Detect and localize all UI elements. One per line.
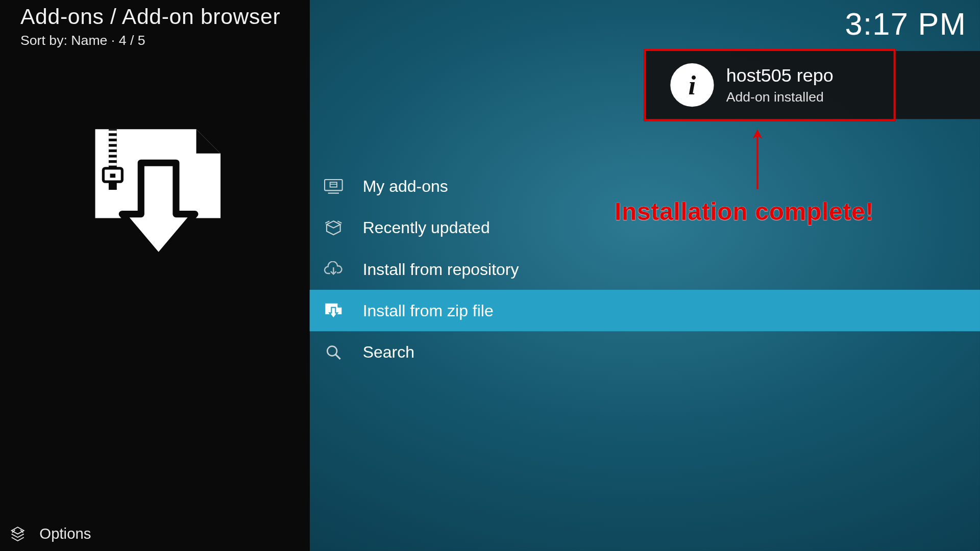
menu-item-label: Install from zip file bbox=[363, 301, 494, 320]
open-box-icon bbox=[323, 217, 344, 238]
notification-background-extension bbox=[896, 51, 980, 119]
options-label: Options bbox=[39, 525, 91, 543]
svg-point-14 bbox=[327, 346, 337, 356]
menu-item-label: Recently updated bbox=[363, 218, 490, 237]
svg-rect-2 bbox=[109, 136, 117, 138]
svg-rect-10 bbox=[325, 179, 342, 190]
menu-item-label: My add-ons bbox=[363, 177, 448, 195]
notification-title: host505 repo bbox=[726, 65, 834, 86]
svg-rect-6 bbox=[109, 158, 117, 160]
annotation-arrow bbox=[751, 129, 765, 190]
zip-file-icon bbox=[323, 300, 344, 321]
menu-item-install-from-repository[interactable]: Install from repository bbox=[310, 248, 980, 290]
svg-rect-4 bbox=[109, 147, 117, 149]
cloud-download-icon bbox=[323, 259, 344, 279]
breadcrumb: Add-ons / Add-on browser bbox=[20, 4, 280, 29]
svg-line-15 bbox=[335, 354, 340, 359]
sort-indicator: Sort by: Name · 4 / 5 bbox=[20, 33, 145, 48]
annotation-text: Installation complete! bbox=[615, 197, 874, 226]
notification-toast[interactable]: i host505 repo Add-on installed bbox=[644, 49, 895, 121]
menu-item-search[interactable]: Search bbox=[310, 331, 980, 372]
options-icon bbox=[10, 526, 26, 542]
menu-item-install-from-zip-file[interactable]: Install from zip file bbox=[310, 290, 980, 331]
svg-rect-5 bbox=[109, 152, 117, 155]
menu-item-label: Search bbox=[363, 342, 414, 361]
notification-subtitle: Add-on installed bbox=[726, 89, 834, 105]
sidebar: Add-ons / Add-on browser Sort by: Name ·… bbox=[0, 0, 310, 551]
zip-file-artwork bbox=[88, 127, 223, 261]
menu-item-label: Install from repository bbox=[363, 260, 519, 279]
search-icon bbox=[323, 342, 344, 362]
svg-rect-7 bbox=[109, 163, 117, 165]
info-icon: i bbox=[670, 63, 714, 107]
svg-rect-9 bbox=[110, 173, 116, 178]
svg-rect-1 bbox=[109, 131, 117, 133]
options-button[interactable]: Options bbox=[10, 525, 91, 543]
clock: 3:17 PM bbox=[845, 6, 967, 42]
svg-rect-3 bbox=[109, 141, 117, 144]
addon-menu: My add-ons Recently updated Install from… bbox=[310, 165, 980, 373]
monitor-box-icon bbox=[323, 176, 344, 196]
